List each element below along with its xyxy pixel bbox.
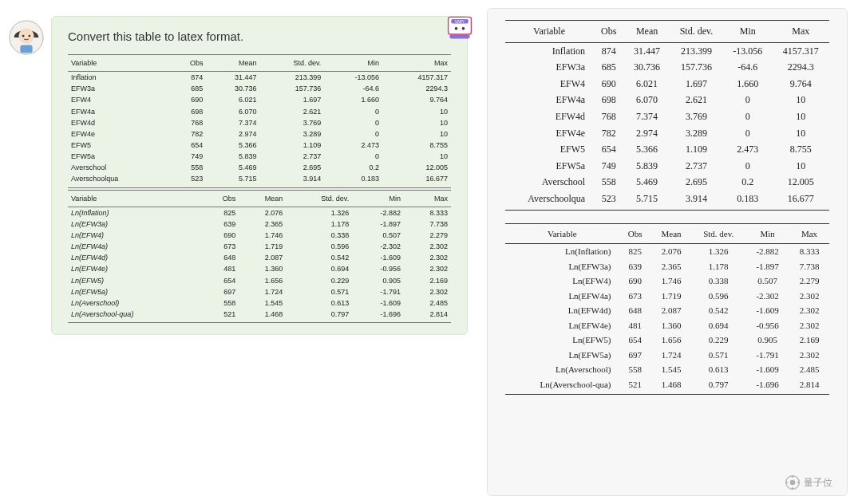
- cell-obs: 825: [619, 244, 651, 259]
- cell-sd: 2.695: [259, 162, 324, 173]
- col-variable: Variable: [505, 223, 619, 244]
- cell-min: 0: [723, 92, 772, 108]
- cell-obs: 673: [619, 289, 651, 304]
- cell-sd: 0.571: [691, 348, 745, 363]
- table-row: EFW4a6986.0702.621010: [68, 106, 451, 117]
- cell-sd: 1.109: [670, 141, 723, 158]
- svg-point-9: [462, 27, 465, 30]
- cell-min: 0.2: [723, 174, 772, 191]
- cell-max: 16.677: [772, 191, 829, 210]
- cell-sd: 0.338: [286, 230, 352, 241]
- cell-max: 9.764: [382, 94, 451, 105]
- cell-max: 7.738: [789, 259, 829, 274]
- table-row: Ln(EFW4e)4811.3600.694-0.9562.302: [505, 318, 829, 333]
- cell-mean: 2.087: [651, 303, 691, 318]
- cell-max: 2.302: [789, 348, 829, 363]
- cell-variable: EFW5: [68, 140, 169, 151]
- cell-sd: 2.737: [259, 151, 324, 162]
- cell-sd: 2.621: [259, 106, 324, 117]
- cell-sd: 213.399: [670, 42, 723, 59]
- col-sd: Std. dev.: [670, 21, 723, 43]
- cell-sd: 0.613: [691, 362, 745, 377]
- cell-obs: 698: [169, 106, 206, 117]
- table-row: Averschool5585.4692.6950.212.005: [68, 162, 451, 173]
- cell-min: -1.609: [352, 297, 404, 309]
- cell-sd: 0.797: [286, 309, 352, 323]
- table-header-row: Variable Obs Mean Std. dev. Min Max: [505, 21, 829, 43]
- cell-min: -64.6: [324, 83, 382, 94]
- cell-sd: 1.326: [286, 207, 352, 219]
- svg-rect-2: [20, 45, 32, 53]
- cell-min: 0.183: [723, 191, 772, 210]
- cell-obs: 648: [201, 252, 239, 263]
- cell-min: 0: [324, 117, 382, 128]
- cell-sd: 0.229: [691, 333, 745, 348]
- cell-obs: 654: [169, 140, 206, 151]
- cell-obs: 690: [593, 76, 624, 93]
- table-row: Inflation87431.447213.399-13.0564157.317: [505, 42, 829, 59]
- cell-obs: 558: [593, 174, 624, 191]
- cell-sd: 3.289: [259, 128, 324, 140]
- cell-mean: 2.365: [239, 219, 286, 230]
- cell-obs: 639: [619, 259, 651, 274]
- cell-mean: 1.746: [651, 274, 691, 289]
- cell-min: 0.2: [324, 162, 382, 173]
- cell-mean: 1.656: [651, 333, 691, 348]
- cell-obs: 697: [619, 348, 651, 363]
- svg-point-3: [22, 35, 25, 37]
- cell-min: 0: [324, 106, 382, 117]
- col-variable: Variable: [68, 55, 169, 72]
- cell-variable: EFW5: [505, 141, 593, 158]
- cell-sd: 3.914: [259, 173, 324, 187]
- cell-max: 2.302: [789, 303, 829, 318]
- cell-variable: EFW4d: [505, 108, 593, 125]
- cell-variable: Averschool: [505, 174, 593, 191]
- cell-max: 8.333: [404, 207, 451, 219]
- cell-max: 4157.317: [772, 42, 829, 59]
- cell-sd: 3.769: [670, 108, 723, 125]
- cell-obs: 523: [593, 191, 624, 210]
- col-mean: Mean: [651, 223, 691, 244]
- cell-min: -1.897: [745, 259, 789, 274]
- cell-variable: EFW4e: [505, 125, 593, 142]
- cell-variable: Ln(EFW4d): [505, 303, 619, 318]
- cell-obs: 685: [593, 59, 624, 76]
- cell-sd: 2.695: [670, 174, 723, 191]
- cell-max: 2294.3: [382, 83, 451, 94]
- table-row: EFW4e7822.9743.289010: [68, 128, 451, 140]
- cell-obs: 654: [201, 275, 239, 286]
- cell-mean: 2.087: [239, 252, 286, 263]
- cell-sd: 3.769: [259, 117, 324, 128]
- table-row: Ln(EFW4)6901.7460.3380.5072.279: [68, 230, 451, 241]
- table-row: Inflation87431.447213.399-13.0564157.317: [68, 72, 451, 84]
- svg-point-4: [28, 35, 30, 37]
- cell-obs: 690: [201, 230, 239, 241]
- cell-max: 8.333: [789, 244, 829, 259]
- cell-min: 1.660: [324, 94, 382, 105]
- col-min: Min: [324, 55, 382, 72]
- table-row: Ln(EFW5a)6971.7240.571-1.7912.302: [505, 348, 829, 363]
- cell-max: 2.814: [789, 377, 829, 395]
- svg-point-13: [792, 475, 794, 478]
- table-row: Ln(Averschool-qua)5211.4680.797-1.6962.8…: [68, 309, 451, 323]
- cell-obs: 685: [169, 83, 206, 94]
- table-row: EFW3a68530.736157.736-64.62294.3: [505, 59, 829, 76]
- cell-mean: 2.076: [651, 244, 691, 259]
- cell-sd: 3.289: [670, 125, 723, 142]
- cell-mean: 2.974: [206, 128, 259, 140]
- col-obs: Obs: [169, 55, 206, 72]
- cell-max: 12.005: [772, 174, 829, 191]
- cell-sd: 0.229: [286, 275, 352, 286]
- cell-mean: 1.545: [239, 297, 286, 309]
- cell-mean: 5.366: [624, 141, 669, 158]
- cell-variable: Ln(EFW4): [505, 274, 619, 289]
- cell-variable: Ln(Averschool-qua): [68, 309, 201, 323]
- cell-min: -2.302: [352, 241, 404, 252]
- cell-max: 8.755: [772, 141, 829, 158]
- cell-max: 2.302: [404, 263, 451, 274]
- table-row: EFW56545.3661.1092.4738.755: [505, 141, 829, 158]
- cell-max: 2.302: [404, 286, 451, 297]
- cell-obs: 648: [619, 303, 651, 318]
- cell-mean: 5.715: [206, 173, 259, 187]
- cell-obs: 523: [169, 173, 206, 187]
